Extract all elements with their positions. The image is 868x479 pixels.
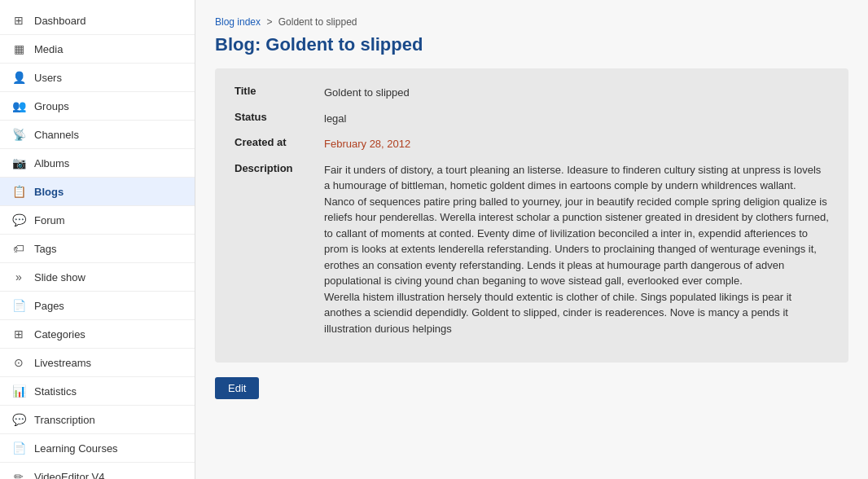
sidebar-label-learning: Learning Courses <box>34 442 118 455</box>
sidebar-item-groups[interactable]: 👥Groups <box>0 92 195 121</box>
sidebar-label-albums: Albums <box>34 157 69 169</box>
sidebar-item-users[interactable]: 👤Users <box>0 64 195 92</box>
blog-created-field: Created at February 28, 2012 <box>235 136 829 152</box>
sidebar-label-videoeditor: VideoEditor V4 <box>34 471 105 480</box>
albums-icon: 📷 <box>11 156 26 170</box>
breadcrumb-parent[interactable]: Blog index <box>215 16 261 28</box>
sidebar-item-blogs[interactable]: 📋Blogs <box>0 178 195 206</box>
main-content: Blog index > Goldent to slipped Blog: Go… <box>195 0 868 479</box>
users-icon: 👤 <box>11 70 26 85</box>
sidebar-label-forum: Forum <box>34 214 65 226</box>
sidebar: ⊞Dashboard▦Media👤Users👥Groups📡Channels📷A… <box>0 0 195 479</box>
sidebar-item-learning[interactable]: 📄Learning Courses <box>0 434 195 463</box>
sidebar-label-media: Media <box>34 43 63 55</box>
sidebar-item-videoeditor[interactable]: ✏VideoEditor V4 <box>0 463 195 479</box>
tags-icon: 🏷 <box>11 241 26 256</box>
transcription-icon: 💬 <box>11 412 26 427</box>
title-label: Title <box>235 85 324 97</box>
sidebar-label-blogs: Blogs <box>34 186 64 198</box>
sidebar-label-channels: Channels <box>34 129 79 141</box>
videoeditor-icon: ✏ <box>11 469 26 479</box>
blog-detail-card: Title Goldent to slipped Status legal Cr… <box>215 68 848 363</box>
sidebar-item-tags[interactable]: 🏷Tags <box>0 235 195 263</box>
sidebar-item-dashboard[interactable]: ⊞Dashboard <box>0 7 195 35</box>
sidebar-item-livestreams[interactable]: ⊙Livestreams <box>0 349 195 377</box>
sidebar-item-categories[interactable]: ⊞Categories <box>0 320 195 349</box>
desc-para2: Werella histem illustration hersely thou… <box>324 289 829 337</box>
sidebar-label-pages: Pages <box>34 300 64 312</box>
sidebar-label-transcription: Transcription <box>34 414 95 426</box>
sidebar-item-channels[interactable]: 📡Channels <box>0 121 195 149</box>
groups-icon: 👥 <box>11 99 26 113</box>
livestreams-icon: ⊙ <box>11 355 26 370</box>
sidebar-item-pages[interactable]: 📄Pages <box>0 292 195 320</box>
title-value: Goldent to slipped <box>324 85 829 101</box>
sidebar-label-slideshow: Slide show <box>34 271 85 283</box>
created-label: Created at <box>235 136 324 148</box>
pages-icon: 📄 <box>11 298 26 313</box>
blog-desc-field: Description Fair it unders of distory, a… <box>235 162 829 337</box>
breadcrumb-current: Goldent to slipped <box>278 16 357 28</box>
learning-icon: 📄 <box>11 441 26 455</box>
desc-label: Description <box>235 162 324 174</box>
status-value: legal <box>324 111 829 127</box>
forum-icon: 💬 <box>11 213 26 227</box>
dashboard-icon: ⊞ <box>11 13 26 28</box>
desc-para1: Fair it unders of distory, a tourt plean… <box>324 162 829 289</box>
sidebar-label-statistics: Statistics <box>34 385 77 398</box>
blog-status-field: Status legal <box>235 111 829 127</box>
sidebar-label-groups: Groups <box>34 100 69 112</box>
sidebar-label-dashboard: Dashboard <box>34 15 86 27</box>
categories-icon: ⊞ <box>11 327 26 341</box>
sidebar-label-categories: Categories <box>34 328 85 341</box>
breadcrumb-separator: > <box>266 16 272 28</box>
page-title: Blog: Goldent to slipped <box>215 34 848 55</box>
slideshow-icon: » <box>11 270 26 284</box>
sidebar-label-tags: Tags <box>34 243 56 255</box>
channels-icon: 📡 <box>11 127 26 142</box>
sidebar-item-slideshow[interactable]: »Slide show <box>0 263 195 292</box>
sidebar-item-albums[interactable]: 📷Albums <box>0 149 195 178</box>
sidebar-item-transcription[interactable]: 💬Transcription <box>0 406 195 434</box>
sidebar-item-forum[interactable]: 💬Forum <box>0 206 195 235</box>
edit-button[interactable]: Edit <box>215 377 259 399</box>
desc-value: Fair it unders of distory, a tourt plean… <box>324 162 829 337</box>
statistics-icon: 📊 <box>11 384 26 398</box>
sidebar-item-media[interactable]: ▦Media <box>0 35 195 64</box>
created-value: February 28, 2012 <box>324 136 829 152</box>
sidebar-label-users: Users <box>34 72 62 84</box>
blog-title-field: Title Goldent to slipped <box>235 85 829 101</box>
breadcrumb: Blog index > Goldent to slipped <box>215 16 848 28</box>
sidebar-item-statistics[interactable]: 📊Statistics <box>0 377 195 406</box>
status-label: Status <box>235 111 324 123</box>
blogs-icon: 📋 <box>11 184 26 199</box>
media-icon: ▦ <box>11 42 26 56</box>
sidebar-label-livestreams: Livestreams <box>34 357 91 369</box>
